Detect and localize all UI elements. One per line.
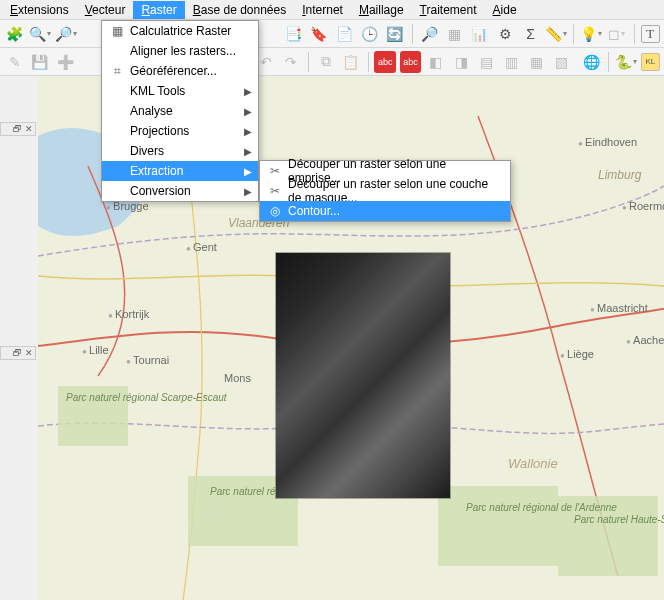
measure-icon[interactable]: 📏	[545, 23, 567, 45]
park-label: Parc naturel régional Scarpe-Escaut	[66, 392, 136, 403]
contour-icon: ◎	[266, 204, 284, 218]
separator	[368, 52, 369, 72]
chevron-right-icon: ▶	[244, 146, 252, 157]
region-label: Limburg	[598, 168, 641, 182]
grid-icon: ▦	[108, 24, 126, 38]
menu-extensions[interactable]: Extensions	[2, 1, 77, 19]
separator	[608, 52, 609, 72]
georef-icon: ⌗	[108, 64, 126, 78]
redo-icon[interactable]: ↷	[281, 51, 302, 73]
chevron-right-icon: ▶	[244, 166, 252, 177]
layout-icon[interactable]: 📄	[333, 23, 354, 45]
toolbox-icon[interactable]: ⚙	[495, 23, 516, 45]
new-bookmark-icon[interactable]: 📑	[283, 23, 304, 45]
menu-decouper-masque[interactable]: ✂Découper un raster selon une couche de …	[260, 181, 510, 201]
chevron-right-icon: ▶	[244, 126, 252, 137]
label-abc2-icon[interactable]: abc	[400, 51, 421, 73]
city-label: Gent	[186, 241, 217, 253]
bookmark-icon[interactable]: 🔖	[308, 23, 329, 45]
separator	[573, 24, 574, 44]
raster-dropdown: ▦Calculatrice Raster Aligner les rasters…	[101, 20, 259, 202]
menu-raster[interactable]: Raster	[133, 1, 184, 19]
diagram6-icon[interactable]: ▧	[551, 51, 572, 73]
toolbar-secondary: ✎ 💾 ➕ ↶ ↷ ⧉ 📋 abc abc ◧ ◨ ▤ ▥ ▦ ▧ 🌐 🐍 KL	[0, 48, 664, 76]
park-label: Parc naturel Haute-Sûre Forêt d'Anlier	[574, 514, 664, 525]
chevron-right-icon: ▶	[244, 106, 252, 117]
diagram4-icon[interactable]: ▥	[501, 51, 522, 73]
edit-icon[interactable]: ✎	[4, 51, 25, 73]
chevron-right-icon: ▶	[244, 186, 252, 197]
city-label: Maastricht	[590, 302, 648, 314]
menu-traitement[interactable]: Traitement	[412, 1, 485, 19]
clock-icon[interactable]: 🕒	[359, 23, 380, 45]
region-label: Wallonie	[508, 456, 558, 471]
diagram3-icon[interactable]: ▤	[476, 51, 497, 73]
add-feature-icon[interactable]: ➕	[54, 51, 75, 73]
city-label: Tournai	[126, 354, 169, 366]
kml-icon[interactable]: KL	[641, 53, 660, 71]
extraction-submenu: ✂Découper un raster selon une emprise...…	[259, 160, 511, 222]
table-icon[interactable]: ▦	[444, 23, 465, 45]
menu-extraction[interactable]: Extraction▶	[102, 161, 258, 181]
menu-divers[interactable]: Divers▶	[102, 141, 258, 161]
plugins-icon[interactable]: 🧩	[4, 23, 25, 45]
copy-feat-icon[interactable]: ⧉	[315, 51, 336, 73]
menu-contour[interactable]: ◎Contour...	[260, 201, 510, 221]
zoom-in-icon[interactable]: 🔍	[29, 23, 51, 45]
svg-rect-3	[438, 486, 558, 566]
sigma-icon[interactable]: Σ	[520, 23, 541, 45]
tips-icon[interactable]: 💡	[580, 23, 602, 45]
menu-georeferencer[interactable]: ⌗Géoréférencer...	[102, 61, 258, 81]
menu-analyse[interactable]: Analyse▶	[102, 101, 258, 121]
separator	[412, 24, 413, 44]
menu-kml-tools[interactable]: KML Tools▶	[102, 81, 258, 101]
menu-base-de-donnees[interactable]: Base de données	[185, 1, 294, 19]
park-label: Parc naturel régional de l'Ardenne	[466, 502, 556, 513]
python-icon[interactable]: 🐍	[615, 51, 637, 73]
city-label: Roermond	[622, 200, 664, 212]
menu-aide[interactable]: Aide	[485, 1, 525, 19]
city-label: Lille	[82, 344, 109, 356]
menu-calculatrice-raster[interactable]: ▦Calculatrice Raster	[102, 21, 258, 41]
menubar: Extensions Vecteur Raster Base de donnée…	[0, 0, 664, 20]
city-label: Aachen	[626, 334, 664, 346]
chevron-right-icon: ▶	[244, 86, 252, 97]
city-label: Eindhoven	[578, 136, 637, 148]
separator	[308, 52, 309, 72]
raster-layer-overlay	[276, 253, 450, 498]
save-edits-icon[interactable]: 💾	[29, 51, 50, 73]
paste-feat-icon[interactable]: 📋	[340, 51, 361, 73]
diagram-icon[interactable]: ◧	[425, 51, 446, 73]
refresh-icon[interactable]: 🔄	[384, 23, 405, 45]
city-label: Mons	[224, 372, 251, 384]
toolbar-primary: 🧩 🔍 🔎 ◯ 📑 🔖 📄 🕒 🔄 🔎 ▦ 📊 ⚙ Σ 📏 💡 ◻ T	[0, 20, 664, 48]
separator	[634, 24, 635, 44]
menu-aligner-rasters[interactable]: Aligner les rasters...	[102, 41, 258, 61]
city-label: Liège	[560, 348, 594, 360]
text-tool-icon[interactable]: T	[641, 25, 660, 43]
city-label: Kortrijk	[108, 308, 149, 320]
diagram5-icon[interactable]: ▦	[526, 51, 547, 73]
panel-handle-layers[interactable]: 🗗 ✕	[0, 122, 36, 136]
label-abc-icon[interactable]: abc	[374, 51, 395, 73]
clip-extent-icon: ✂	[266, 164, 284, 178]
identify-icon[interactable]: 🔎	[418, 23, 439, 45]
field-calc-icon[interactable]: 📊	[469, 23, 490, 45]
menu-projections[interactable]: Projections▶	[102, 121, 258, 141]
zoom-out-icon[interactable]: 🔎	[55, 23, 77, 45]
menu-maillage[interactable]: Maillage	[351, 1, 412, 19]
select-icon[interactable]: ◻	[606, 23, 627, 45]
browser-icon[interactable]: 🌐	[581, 51, 602, 73]
clip-mask-icon: ✂	[266, 184, 284, 198]
menu-vecteur[interactable]: Vecteur	[77, 1, 134, 19]
panel-handle-browser[interactable]: 🗗 ✕	[0, 346, 36, 360]
menu-internet[interactable]: Internet	[294, 1, 351, 19]
menu-conversion[interactable]: Conversion▶	[102, 181, 258, 201]
diagram2-icon[interactable]: ◨	[450, 51, 471, 73]
